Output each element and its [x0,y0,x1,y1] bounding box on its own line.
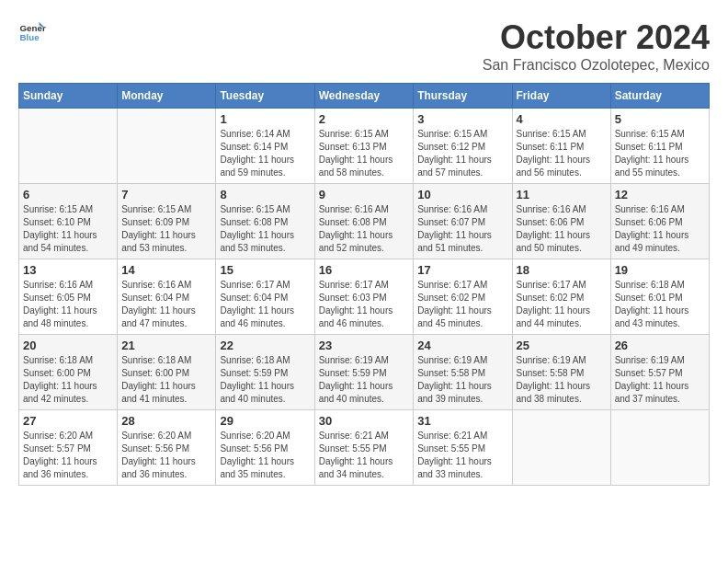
calendar-cell: 18Sunrise: 6:17 AM Sunset: 6:02 PM Dayli… [512,259,610,335]
calendar-cell: 27Sunrise: 6:20 AM Sunset: 5:57 PM Dayli… [19,410,118,486]
calendar-cell [610,410,709,486]
calendar-cell: 4Sunrise: 6:15 AM Sunset: 6:11 PM Daylig… [512,109,610,184]
day-info: Sunrise: 6:17 AM Sunset: 6:02 PM Dayligh… [417,279,507,330]
day-info: Sunrise: 6:20 AM Sunset: 5:56 PM Dayligh… [121,430,211,481]
calendar-table: SundayMondayTuesdayWednesdayThursdayFrid… [18,83,710,486]
calendar-cell: 19Sunrise: 6:18 AM Sunset: 6:01 PM Dayli… [610,259,709,335]
calendar-cell [118,109,216,184]
day-info: Sunrise: 6:18 AM Sunset: 5:59 PM Dayligh… [220,354,310,406]
calendar-cell: 25Sunrise: 6:19 AM Sunset: 5:58 PM Dayli… [512,335,610,410]
day-number: 13 [23,263,113,277]
subtitle: San Francisco Ozolotepec, Mexico [483,57,710,74]
calendar-cell: 9Sunrise: 6:16 AM Sunset: 6:08 PM Daylig… [314,184,414,259]
day-number: 15 [220,263,310,277]
day-number: 6 [23,188,113,201]
day-number: 9 [319,188,410,201]
main-title: October 2024 [483,18,710,57]
week-row-4: 20Sunrise: 6:18 AM Sunset: 6:00 PM Dayli… [19,335,710,410]
calendar-cell: 24Sunrise: 6:19 AM Sunset: 5:58 PM Dayli… [414,335,512,410]
day-number: 31 [417,414,507,428]
week-row-5: 27Sunrise: 6:20 AM Sunset: 5:57 PM Dayli… [19,410,710,486]
day-number: 3 [417,112,507,126]
day-number: 30 [319,414,410,428]
day-number: 2 [319,112,410,126]
day-info: Sunrise: 6:15 AM Sunset: 6:13 PM Dayligh… [319,128,410,179]
day-number: 28 [121,414,211,428]
header-monday: Monday [118,84,216,109]
day-number: 16 [319,263,410,277]
day-info: Sunrise: 6:19 AM Sunset: 5:58 PM Dayligh… [517,354,607,406]
calendar-cell: 1Sunrise: 6:14 AM Sunset: 6:14 PM Daylig… [216,109,314,184]
day-info: Sunrise: 6:16 AM Sunset: 6:06 PM Dayligh… [517,203,607,255]
day-number: 25 [517,339,607,352]
logo-icon: General Blue [18,18,46,46]
day-info: Sunrise: 6:15 AM Sunset: 6:08 PM Dayligh… [220,203,310,255]
calendar-cell: 17Sunrise: 6:17 AM Sunset: 6:02 PM Dayli… [414,259,512,335]
calendar-cell [19,109,118,184]
day-number: 27 [23,414,113,428]
day-info: Sunrise: 6:19 AM Sunset: 5:57 PM Dayligh… [615,354,705,406]
calendar-cell: 6Sunrise: 6:15 AM Sunset: 6:10 PM Daylig… [19,184,118,259]
svg-text:General: General [20,23,47,33]
day-number: 12 [615,188,705,201]
calendar-cell: 15Sunrise: 6:17 AM Sunset: 6:04 PM Dayli… [216,259,314,335]
calendar-cell: 20Sunrise: 6:18 AM Sunset: 6:00 PM Dayli… [19,335,118,410]
day-number: 7 [121,188,211,201]
page-header: General Blue October 2024 San Francisco … [18,18,710,74]
day-number: 21 [121,339,211,352]
calendar-cell: 10Sunrise: 6:16 AM Sunset: 6:07 PM Dayli… [414,184,512,259]
day-info: Sunrise: 6:15 AM Sunset: 6:12 PM Dayligh… [417,128,507,179]
day-number: 17 [417,263,507,277]
week-row-2: 6Sunrise: 6:15 AM Sunset: 6:10 PM Daylig… [19,184,710,259]
calendar-cell: 7Sunrise: 6:15 AM Sunset: 6:09 PM Daylig… [118,184,216,259]
day-info: Sunrise: 6:15 AM Sunset: 6:10 PM Dayligh… [23,203,113,255]
calendar-cell: 13Sunrise: 6:16 AM Sunset: 6:05 PM Dayli… [19,259,118,335]
day-info: Sunrise: 6:20 AM Sunset: 5:56 PM Dayligh… [220,430,310,481]
calendar-cell: 26Sunrise: 6:19 AM Sunset: 5:57 PM Dayli… [610,335,709,410]
calendar-cell: 21Sunrise: 6:18 AM Sunset: 6:00 PM Dayli… [118,335,216,410]
day-number: 14 [121,263,211,277]
logo: General Blue [18,18,46,46]
day-number: 20 [23,339,113,352]
day-info: Sunrise: 6:21 AM Sunset: 5:55 PM Dayligh… [417,430,507,481]
day-number: 4 [517,112,607,126]
calendar-cell: 23Sunrise: 6:19 AM Sunset: 5:59 PM Dayli… [314,335,414,410]
day-number: 26 [615,339,705,352]
day-info: Sunrise: 6:15 AM Sunset: 6:09 PM Dayligh… [121,203,211,255]
day-number: 10 [417,188,507,201]
day-info: Sunrise: 6:15 AM Sunset: 6:11 PM Dayligh… [615,128,705,179]
calendar-cell: 14Sunrise: 6:16 AM Sunset: 6:04 PM Dayli… [118,259,216,335]
calendar-cell: 8Sunrise: 6:15 AM Sunset: 6:08 PM Daylig… [216,184,314,259]
calendar-body: 1Sunrise: 6:14 AM Sunset: 6:14 PM Daylig… [19,109,710,486]
calendar-cell: 12Sunrise: 6:16 AM Sunset: 6:06 PM Dayli… [610,184,709,259]
header-thursday: Thursday [414,84,512,109]
day-number: 23 [319,339,410,352]
day-info: Sunrise: 6:19 AM Sunset: 5:58 PM Dayligh… [417,354,507,406]
day-info: Sunrise: 6:16 AM Sunset: 6:06 PM Dayligh… [615,203,705,255]
day-info: Sunrise: 6:15 AM Sunset: 6:11 PM Dayligh… [517,128,607,179]
calendar-cell: 3Sunrise: 6:15 AM Sunset: 6:12 PM Daylig… [414,109,512,184]
day-number: 19 [615,263,705,277]
day-info: Sunrise: 6:18 AM Sunset: 6:00 PM Dayligh… [121,354,211,406]
day-info: Sunrise: 6:18 AM Sunset: 6:01 PM Dayligh… [615,279,705,330]
day-number: 5 [615,112,705,126]
day-number: 22 [220,339,310,352]
calendar-cell: 31Sunrise: 6:21 AM Sunset: 5:55 PM Dayli… [414,410,512,486]
day-info: Sunrise: 6:16 AM Sunset: 6:05 PM Dayligh… [23,279,113,330]
day-info: Sunrise: 6:16 AM Sunset: 6:04 PM Dayligh… [121,279,211,330]
calendar-cell: 5Sunrise: 6:15 AM Sunset: 6:11 PM Daylig… [610,109,709,184]
week-row-1: 1Sunrise: 6:14 AM Sunset: 6:14 PM Daylig… [19,109,710,184]
day-info: Sunrise: 6:18 AM Sunset: 6:00 PM Dayligh… [23,354,113,406]
header-saturday: Saturday [610,84,709,109]
calendar-header-row: SundayMondayTuesdayWednesdayThursdayFrid… [19,84,710,109]
day-number: 8 [220,188,310,201]
day-info: Sunrise: 6:14 AM Sunset: 6:14 PM Dayligh… [220,128,310,179]
day-number: 29 [220,414,310,428]
calendar-cell: 11Sunrise: 6:16 AM Sunset: 6:06 PM Dayli… [512,184,610,259]
calendar-cell: 29Sunrise: 6:20 AM Sunset: 5:56 PM Dayli… [216,410,314,486]
day-info: Sunrise: 6:17 AM Sunset: 6:03 PM Dayligh… [319,279,410,330]
day-number: 24 [417,339,507,352]
calendar-cell: 22Sunrise: 6:18 AM Sunset: 5:59 PM Dayli… [216,335,314,410]
calendar-cell: 28Sunrise: 6:20 AM Sunset: 5:56 PM Dayli… [118,410,216,486]
day-number: 18 [517,263,607,277]
